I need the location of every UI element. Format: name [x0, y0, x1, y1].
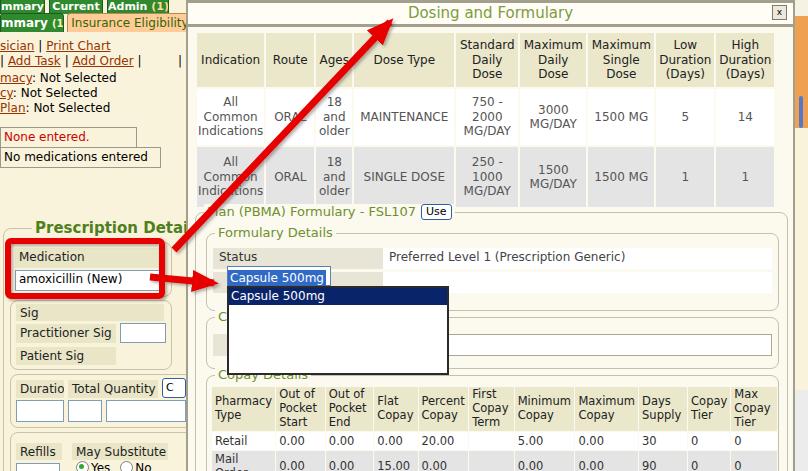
column-header: Maximum Copay	[575, 387, 638, 431]
table-cell: 5	[656, 89, 714, 145]
quantity-unit-input[interactable]	[106, 400, 186, 422]
table-cell: 0	[688, 451, 730, 471]
dosing-header-row: Indication Route Ages Dose Type Standard…	[197, 33, 774, 87]
column-header: High Duration (Days)	[716, 33, 774, 87]
tab-label: Insurance Eligibility	[71, 16, 188, 30]
dosing-row[interactable]: All Common Indications ORAL 18 and older…	[197, 89, 774, 145]
formulation-dropdown-list[interactable]: Capsule 500mg	[227, 286, 449, 375]
plan-value: : Not Selected	[26, 101, 111, 115]
plan-link[interactable]: Plan	[0, 101, 26, 115]
table-cell: 1	[656, 147, 714, 207]
column-header: Max Copay Tier	[731, 387, 777, 431]
separator: |	[0, 54, 4, 68]
left-panel: mmary Current Admin (1) mmary (1) Insura…	[0, 0, 186, 471]
duration-label: Duration	[16, 380, 64, 398]
table-cell: ORAL	[266, 147, 314, 207]
substitute-radio-group: Yes No	[76, 461, 152, 471]
tab-admin-badge: (1)	[151, 0, 169, 13]
formulation-combobox[interactable]: Capsule 500mg	[227, 266, 331, 286]
page-edge-top	[795, 0, 808, 16]
column-header: Indication	[197, 33, 264, 87]
tab-label: Admin	[108, 0, 147, 13]
add-task-link[interactable]: Add Task	[8, 54, 61, 68]
policy-value: : Not Selected	[13, 86, 98, 100]
combobox-selected-text: Capsule 500mg	[228, 270, 326, 286]
yes-radio[interactable]	[76, 461, 89, 471]
table-cell: Retail	[212, 432, 275, 450]
scrollbar-thumb[interactable]	[799, 96, 803, 128]
dosing-formulary-dialog: Dosing and Formulary x Indication Route …	[186, 0, 795, 471]
policy-link[interactable]: cy	[0, 86, 13, 100]
copay-row: Retail 0.00 0.00 0.00 20.00 5.00 0.00 30…	[212, 432, 777, 450]
medication-input[interactable]: amoxicillin (New)	[15, 270, 165, 291]
column-header: Percent Copay	[419, 387, 469, 431]
pharmacy-link[interactable]: macy	[0, 71, 32, 85]
copay-header-row: Pharmacy Type Out of Pocket Start Out of…	[212, 387, 777, 431]
separator-far: |	[178, 54, 182, 68]
table-cell: 0.00	[276, 432, 325, 450]
practitioner-sig-input[interactable]	[120, 323, 166, 343]
separator: |	[65, 54, 69, 68]
add-order-link[interactable]: Add Order	[73, 54, 134, 68]
tab-label: mmary	[1, 16, 48, 30]
column-header: Pharmacy Type	[212, 387, 275, 431]
tab-label: Current	[52, 0, 99, 13]
tab-insurance-eligibility[interactable]: Insurance Eligibility	[67, 13, 193, 32]
table-cell: 15.00	[374, 451, 417, 471]
table-cell: 0.00	[276, 451, 325, 471]
print-chart-link[interactable]: Print Chart	[46, 39, 110, 53]
refills-input[interactable]	[16, 463, 60, 471]
table-cell: Mail Order	[212, 451, 275, 471]
plan-formulary-legend: Plan (PBMA) Formulary - FSL107Use	[204, 204, 455, 220]
tab-summary-top[interactable]: mmary	[0, 0, 45, 14]
policy-line: cy: Not Selected	[0, 86, 98, 100]
separator: |	[38, 39, 42, 53]
table-cell: 1500 MG	[588, 89, 654, 145]
column-header: Out of Pocket Start	[276, 387, 325, 431]
column-header: Out of Pocket End	[326, 387, 373, 431]
column-header: Route	[266, 33, 314, 87]
total-quantity-input[interactable]	[68, 400, 102, 422]
no-medications-box: No medications entered	[0, 147, 161, 168]
table-cell: 3000 MG/DAY	[520, 89, 586, 145]
tab-summary[interactable]: mmary (1)	[0, 13, 64, 32]
medication-label: Medication	[15, 248, 165, 268]
column-header: Low Duration (Days)	[656, 33, 714, 87]
column-header: Standard Daily Dose	[456, 33, 518, 87]
tab-label: mmary	[1, 0, 44, 13]
table-cell: 750 - 2000 MG/DAY	[456, 89, 518, 145]
no-radio[interactable]	[120, 461, 133, 471]
use-button[interactable]: Use	[421, 204, 452, 220]
table-cell: SINGLE DOSE	[354, 147, 454, 207]
column-header: First Copay Term	[469, 387, 513, 431]
duration-input[interactable]	[16, 400, 64, 422]
table-cell: 5.00	[515, 432, 575, 450]
practitioner-sig-label: Practitioner Sig	[16, 324, 116, 343]
table-cell: 0.00	[326, 432, 373, 450]
screen: { "left": { "tab_summary1": "mmary", "ta…	[0, 0, 808, 471]
table-cell: 20.00	[419, 432, 469, 450]
plan-line: Plan: Not Selected	[0, 101, 110, 115]
column-header: Dose Type	[354, 33, 454, 87]
close-icon[interactable]: x	[772, 5, 787, 20]
column-header: Days Supply	[639, 387, 687, 431]
yes-radio-label: Yes	[91, 461, 110, 471]
table-cell: MAINTENANCE	[354, 89, 454, 145]
tab-admin[interactable]: Admin (1)	[107, 0, 169, 14]
calc-button[interactable]: C	[162, 378, 186, 398]
page-edge-gray	[795, 390, 808, 471]
table-cell: 0.00	[515, 451, 575, 471]
table-cell: All Common Indications	[197, 147, 264, 207]
dosing-table: Indication Route Ages Dose Type Standard…	[195, 31, 776, 209]
tab-current[interactable]: Current	[49, 0, 103, 14]
physician-link[interactable]: sician	[0, 39, 34, 53]
table-cell: 1500 MG	[588, 147, 654, 207]
dropdown-item[interactable]: Capsule 500mg	[229, 288, 447, 305]
tab-summary-badge: (1)	[52, 18, 64, 29]
dosing-row[interactable]: All Common Indications ORAL 18 and older…	[197, 147, 774, 207]
table-cell: 30	[639, 432, 687, 450]
column-header: Maximum Daily Dose	[520, 33, 586, 87]
table-cell	[469, 432, 513, 450]
table-cell: 18 and older	[316, 89, 352, 145]
separator: |	[138, 54, 142, 68]
